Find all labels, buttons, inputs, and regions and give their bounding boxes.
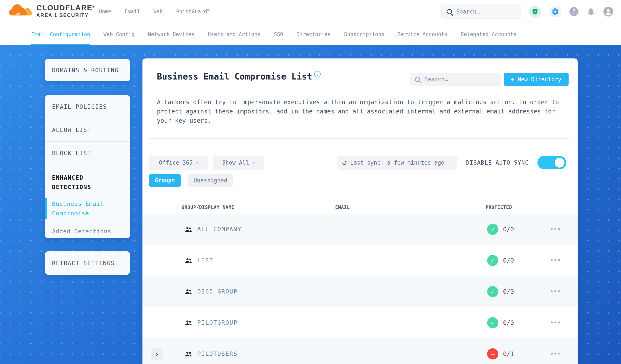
nav-home[interactable]: Home <box>99 9 111 15</box>
group-name: PILOTGROUP <box>197 319 238 326</box>
chevron-down-icon: ▾ <box>196 160 198 165</box>
table-header: GROUP/DISPLAY NAME EMAIL PROTECTED <box>142 201 578 214</box>
last-sync-text: Last sync: a few minutes ago <box>350 159 444 166</box>
row-actions-menu[interactable] <box>551 290 560 292</box>
global-search-input[interactable]: Search… <box>441 4 521 19</box>
tab-network-devices[interactable]: Network Devices <box>148 23 194 45</box>
last-sync-status[interactable]: ↺ Last sync: a few minutes ago <box>337 156 457 170</box>
nav-phishguard[interactable]: PhishGuard™ <box>176 9 210 15</box>
page-description: Attackers often try to impersonate execu… <box>157 98 567 125</box>
tab-users-and-actions[interactable]: Users and Actions <box>208 23 261 45</box>
sidebar-item-label: Added Detections <box>52 228 111 235</box>
tab-sso[interactable]: SSO <box>274 23 283 45</box>
help-button[interactable]: ? <box>569 7 578 16</box>
settings-button[interactable] <box>549 6 561 17</box>
group-table: › ALL COMPANY 0/0 › LIST 0/0 › O3 <box>142 214 578 364</box>
protected-count: 0/0 <box>503 226 514 233</box>
shield-check-icon <box>531 8 539 15</box>
protected-count: 0/0 <box>503 319 514 326</box>
row-actions-menu[interactable] <box>551 259 560 261</box>
sidebar-item-block-list[interactable]: BLOCK LIST <box>45 142 130 165</box>
page-background: CLOUDFLARE® AREA 1 SECURITY Home Email W… <box>0 0 621 364</box>
table-row[interactable]: › LIST 0/0 <box>142 245 578 276</box>
sync-refresh-icon: ↺ <box>342 158 347 166</box>
brand-subtitle: AREA 1 SECURITY <box>36 13 95 18</box>
nav-email[interactable]: Email <box>125 9 140 15</box>
protected-status-icon <box>487 317 498 328</box>
protected-status-icon <box>487 348 498 360</box>
tab-unassigned[interactable]: Unassigned <box>188 174 233 187</box>
notifications-bell-icon[interactable] <box>586 7 595 16</box>
top-header: CLOUDFLARE® AREA 1 SECURITY Home Email W… <box>0 0 621 23</box>
group-icon <box>184 225 192 234</box>
auto-sync-toggle[interactable] <box>537 156 566 169</box>
directory-filter-dropdown[interactable]: Office 365 ▾ <box>149 156 208 170</box>
group-name: O365_GROUP <box>197 288 238 295</box>
tab-subscriptions[interactable]: Subscriptions <box>344 23 384 45</box>
group-icon <box>184 350 192 358</box>
view-tabs: Groups Unassigned <box>149 174 233 187</box>
protected-status-icon <box>487 224 498 235</box>
brand-text: CLOUDFLARE® AREA 1 SECURITY <box>36 3 95 18</box>
group-icon <box>184 257 192 265</box>
search-icon <box>415 77 420 82</box>
table-row[interactable]: › ALL COMPANY 0/0 <box>142 214 578 245</box>
tab-groups[interactable]: Groups <box>149 174 181 187</box>
row-actions-menu[interactable] <box>551 321 560 323</box>
tab-email-configuration[interactable]: Email Configuration <box>31 23 90 45</box>
protected-status-icon <box>487 255 498 266</box>
expand-row-button[interactable]: › <box>151 348 163 360</box>
gear-icon <box>551 8 559 16</box>
sidebar-item-label: Business Email Compromise <box>52 200 104 217</box>
toggle-knob <box>555 158 565 168</box>
sidebar-item-retract-settings[interactable]: RETRACT SETTINGS <box>45 251 130 275</box>
primary-nav: Home Email Web PhishGuard™ <box>99 0 210 23</box>
protected-count: 0/1 <box>503 350 514 358</box>
nav-web[interactable]: Web <box>154 9 163 15</box>
sidebar-item-email-policies[interactable]: EMAIL POLICIES <box>45 95 130 118</box>
table-row[interactable]: › O365_GROUP 0/0 <box>142 276 578 307</box>
sidebar-section-enhanced-detections: ENHANCED DETECTIONS <box>45 165 130 192</box>
sidebar-item-business-email-compromise[interactable]: Business Email Compromise <box>45 198 130 219</box>
security-status-button[interactable] <box>529 6 541 17</box>
page-title: Business Email Compromise Listi <box>157 71 321 81</box>
active-indicator-bar <box>45 198 47 219</box>
secondary-nav: Email Configuration Web Config Network D… <box>0 23 621 45</box>
account-avatar[interactable] <box>603 7 613 17</box>
group-name: LIST <box>197 257 213 264</box>
info-icon[interactable]: i <box>314 71 321 77</box>
row-actions-menu[interactable] <box>551 228 560 230</box>
group-name: ALL COMPANY <box>197 226 242 232</box>
disable-auto-sync-label: DISABLE AUTO SYNC <box>466 156 529 170</box>
group-icon <box>184 319 192 327</box>
tab-delegated-accounts[interactable]: Delegated Accounts <box>461 23 517 45</box>
show-filter-dropdown[interactable]: Show All ▾ <box>213 156 264 170</box>
sidebar-item-added-detections[interactable]: Added Detections <box>45 225 130 237</box>
sidebar-item-allow-list[interactable]: ALLOW LIST <box>45 118 130 142</box>
table-row[interactable]: › PILOTGROUP 0/0 <box>142 307 578 338</box>
protected-count: 0/0 <box>503 288 514 295</box>
registered-mark: ® <box>92 5 95 8</box>
protected-count: 0/0 <box>503 257 514 264</box>
sidebar-item-domains-routing[interactable]: DOMAINS & ROUTING <box>45 59 130 81</box>
tab-directories[interactable]: Directories <box>296 23 331 45</box>
brand-name: CLOUDFLARE® <box>36 3 95 12</box>
sidebar-policies-card: EMAIL POLICIES ALLOW LIST BLOCK LIST ENH… <box>45 95 130 238</box>
new-directory-button[interactable]: + New Directory <box>504 73 569 86</box>
column-group-display-name: GROUP/DISPLAY NAME <box>182 205 234 210</box>
bec-search-placeholder: Search… <box>424 76 448 83</box>
tab-web-config[interactable]: Web Config <box>104 23 135 45</box>
tab-service-accounts[interactable]: Service Accounts <box>398 23 447 45</box>
cloudflare-logo[interactable]: CLOUDFLARE® AREA 1 SECURITY <box>8 2 95 19</box>
global-search-placeholder: Search… <box>456 8 480 15</box>
show-filter-value: Show All <box>222 159 249 166</box>
group-name: PILOTUSERS <box>197 350 238 357</box>
search-icon <box>447 9 452 14</box>
group-icon <box>184 288 192 296</box>
row-actions-menu[interactable] <box>551 353 560 355</box>
cloudflare-cloud-icon <box>8 2 33 19</box>
bec-list-panel: Business Email Compromise Listi Search… … <box>142 58 578 364</box>
table-row[interactable]: › PILOTUSERS 0/1 <box>142 338 578 364</box>
bec-search-input[interactable]: Search… <box>410 73 501 86</box>
column-email: EMAIL <box>335 205 350 210</box>
